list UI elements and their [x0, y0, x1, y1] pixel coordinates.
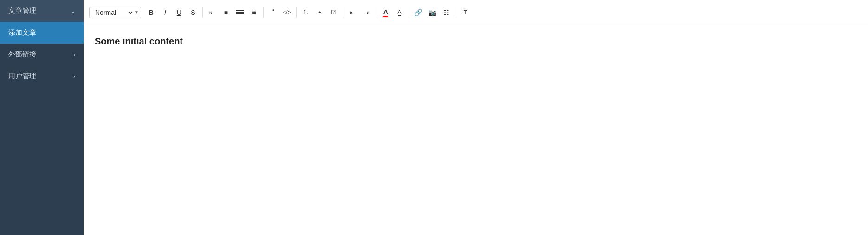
editor-toolbar: Normal Heading 1 Heading 2 Heading 3 ▼ B… [84, 0, 868, 25]
main-content: Normal Heading 1 Heading 2 Heading 3 ▼ B… [84, 0, 868, 235]
editor-area[interactable]: Some initial content [84, 25, 868, 235]
align-right-button[interactable] [233, 6, 246, 19]
divider-6 [409, 7, 409, 18]
sidebar-item-label-external-links: 外部链接 [8, 50, 36, 59]
table-icon: ☷ [443, 9, 449, 16]
divider-3 [296, 7, 297, 18]
select-arrow-icon: ▼ [134, 10, 139, 15]
align-left-icon: ⇤ [209, 9, 215, 16]
increase-indent-button[interactable]: ⇥ [360, 6, 373, 19]
image-button[interactable]: 📷 [426, 6, 439, 19]
underline-button[interactable]: U [173, 6, 186, 19]
align-right-icon [236, 10, 244, 15]
italic-button[interactable]: I [159, 6, 172, 19]
clear-format-icon: T̶ [464, 9, 467, 16]
divider-2 [263, 7, 264, 18]
sidebar: 文章管理 ⌄ 添加文章 外部链接 › 用户管理 › [0, 0, 84, 235]
divider-7 [456, 7, 456, 18]
link-icon: 🔗 [414, 8, 423, 17]
todo-list-button[interactable]: ☑ [327, 6, 340, 19]
ordered-list-button[interactable]: 1. [299, 6, 312, 19]
bold-icon: B [149, 9, 154, 16]
underline-icon: U [177, 9, 181, 16]
highlight-button[interactable]: A̲ [393, 6, 406, 19]
font-color-icon: A [383, 8, 388, 17]
strikethrough-icon: S [191, 9, 195, 16]
italic-icon: I [164, 9, 166, 16]
divider-5 [376, 7, 376, 18]
code-icon: </> [283, 9, 291, 16]
divider-1 [202, 7, 203, 18]
unordered-list-button[interactable]: • [313, 6, 326, 19]
justify-icon: ≡ [252, 8, 256, 17]
sidebar-item-user-management[interactable]: 用户管理 › [0, 65, 84, 87]
unordered-list-icon: • [318, 8, 321, 17]
sidebar-item-label-user-management: 用户管理 [8, 72, 36, 81]
sidebar-group-article: 文章管理 ⌄ 添加文章 [0, 0, 84, 44]
sidebar-group-header-article[interactable]: 文章管理 ⌄ [0, 0, 84, 22]
image-icon: 📷 [428, 9, 436, 16]
paragraph-style-select[interactable]: Normal Heading 1 Heading 2 Heading 3 [91, 8, 134, 17]
table-button[interactable]: ☷ [440, 6, 453, 19]
editor-initial-content: Some initial content [95, 34, 857, 48]
justify-button[interactable]: ≡ [247, 6, 260, 19]
sidebar-group-label-article: 文章管理 [8, 6, 36, 15]
code-button[interactable]: </> [280, 6, 293, 19]
highlight-icon: A̲ [397, 9, 402, 16]
sidebar-item-add-article[interactable]: 添加文章 [0, 22, 84, 44]
paragraph-style-wrapper[interactable]: Normal Heading 1 Heading 2 Heading 3 ▼ [89, 7, 141, 18]
divider-4 [343, 7, 343, 18]
chevron-down-icon: ⌄ [71, 8, 75, 14]
blockquote-icon: “ [272, 8, 274, 17]
blockquote-button[interactable]: “ [266, 6, 279, 19]
clear-format-button[interactable]: T̶ [459, 6, 472, 19]
align-center-button[interactable]: ■ [220, 6, 233, 19]
sidebar-item-label-add-article: 添加文章 [8, 28, 36, 37]
chevron-right-icon-2: › [73, 73, 75, 80]
font-color-button[interactable]: A [379, 6, 392, 19]
align-center-icon: ■ [224, 9, 228, 16]
sidebar-item-external-links[interactable]: 外部链接 › [0, 44, 84, 65]
increase-indent-icon: ⇥ [364, 9, 369, 16]
strikethrough-button[interactable]: S [187, 6, 200, 19]
chevron-right-icon: › [73, 51, 75, 58]
todo-list-icon: ☑ [331, 9, 337, 16]
ordered-list-icon: 1. [303, 9, 308, 16]
decrease-indent-icon: ⇤ [350, 9, 356, 16]
link-button[interactable]: 🔗 [412, 6, 425, 19]
bold-button[interactable]: B [145, 6, 158, 19]
decrease-indent-button[interactable]: ⇤ [346, 6, 359, 19]
align-left-button[interactable]: ⇤ [206, 6, 219, 19]
